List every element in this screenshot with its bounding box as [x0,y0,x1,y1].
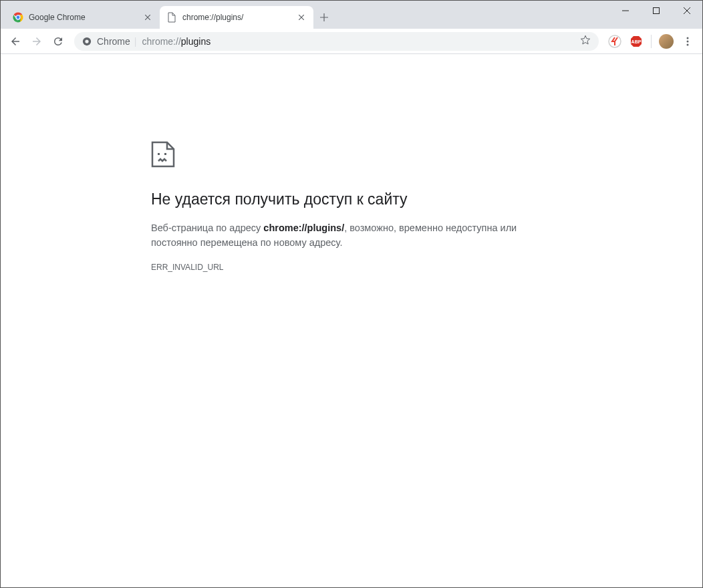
profile-avatar[interactable] [657,32,676,51]
url-host: plugins [181,36,210,47]
forward-button[interactable] [27,32,46,51]
error-page: Не удается получить доступ к сайту Веб-с… [1,54,702,272]
svg-point-2 [16,15,20,19]
tab-plugins[interactable]: chrome://plugins/ [160,6,313,29]
bookmark-star-icon[interactable] [580,35,591,47]
yandex-extension-icon[interactable] [605,32,624,51]
svg-point-10 [687,43,689,45]
sad-page-icon [151,141,702,170]
error-desc-before: Веб-страница по адресу [151,223,263,233]
address-bar[interactable]: Chrome | chrome://plugins [74,32,599,51]
page-favicon-icon [166,12,177,23]
tab-strip: Google Chrome chrome://plugins/ [1,1,333,29]
toolbar: Chrome | chrome://plugins ABP [1,29,702,54]
error-desc-url: chrome://plugins/ [263,223,344,233]
close-tab-icon[interactable] [142,12,153,23]
chrome-scheme-icon [82,37,92,46]
svg-point-9 [687,40,689,42]
svg-rect-12 [164,153,166,155]
reload-button[interactable] [49,32,67,51]
back-button[interactable] [6,32,25,51]
tab-title: Google Chrome [29,13,142,22]
omnibox-divider: | [134,36,137,47]
url-scheme: chrome:// [142,36,180,47]
error-description: Веб-страница по адресу chrome://plugins/… [151,220,545,251]
chrome-menu-button[interactable] [678,32,697,51]
error-code: ERR_INVALID_URL [151,263,702,272]
chrome-favicon-icon [13,12,23,23]
scheme-label: Chrome [97,36,130,47]
svg-rect-3 [654,8,660,14]
close-window-button[interactable] [672,1,702,21]
maximize-button[interactable] [641,1,672,21]
abp-extension-icon[interactable]: ABP [627,32,646,51]
svg-point-8 [687,37,689,39]
titlebar: Google Chrome chrome://plugins/ [1,1,702,29]
svg-text:ABP: ABP [631,39,642,44]
svg-rect-11 [158,153,160,155]
close-tab-icon[interactable] [296,12,307,23]
minimize-button[interactable] [610,1,641,21]
window-controls [610,1,702,21]
svg-point-5 [85,39,88,43]
avatar-icon [659,34,674,49]
new-tab-button[interactable] [315,8,333,27]
tab-google-chrome[interactable]: Google Chrome [6,6,160,29]
error-title: Не удается получить доступ к сайту [151,190,702,208]
toolbar-divider [651,35,652,48]
tab-title: chrome://plugins/ [182,13,296,22]
